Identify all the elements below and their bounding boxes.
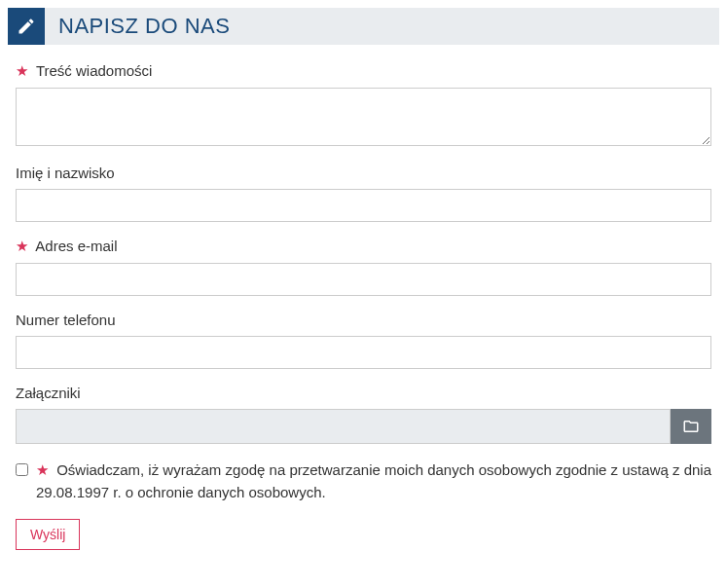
browse-button[interactable] bbox=[671, 409, 711, 444]
email-label: ★ Adres e-mail bbox=[16, 238, 711, 255]
message-group: ★ Treść wiadomości bbox=[16, 62, 711, 149]
form-header: NAPISZ DO NAS bbox=[8, 8, 719, 45]
message-input[interactable] bbox=[16, 88, 711, 146]
file-input-wrapper bbox=[16, 409, 711, 444]
consent-checkbox[interactable] bbox=[16, 463, 28, 476]
form-title: NAPISZ DO NAS bbox=[45, 14, 230, 39]
required-star: ★ bbox=[36, 461, 49, 478]
required-star: ★ bbox=[16, 238, 28, 254]
name-input[interactable] bbox=[16, 189, 711, 222]
email-label-text: Adres e-mail bbox=[35, 238, 117, 254]
phone-input[interactable] bbox=[16, 336, 711, 369]
name-label: Imię i nazwisko bbox=[16, 165, 711, 181]
attachments-input[interactable] bbox=[16, 409, 671, 444]
folder-open-icon bbox=[682, 418, 700, 435]
pencil-icon bbox=[8, 8, 45, 45]
required-star: ★ bbox=[16, 62, 28, 79]
phone-group: Numer telefonu bbox=[16, 312, 711, 369]
consent-label: ★ Oświadczam, iż wyrażam zgodę na przetw… bbox=[36, 459, 711, 503]
name-group: Imię i nazwisko bbox=[16, 165, 711, 222]
message-label-text: Treść wiadomości bbox=[36, 62, 152, 79]
contact-form: ★ Treść wiadomości Imię i nazwisko ★ Adr… bbox=[8, 62, 719, 550]
phone-label: Numer telefonu bbox=[16, 312, 711, 328]
email-input[interactable] bbox=[16, 263, 711, 296]
email-group: ★ Adres e-mail bbox=[16, 238, 711, 296]
attachments-label: Załączniki bbox=[16, 385, 711, 401]
message-label: ★ Treść wiadomości bbox=[16, 62, 711, 80]
attachments-group: Załączniki bbox=[16, 385, 711, 444]
submit-button[interactable]: Wyślij bbox=[16, 519, 80, 550]
consent-label-text: Oświadczam, iż wyrażam zgodę na przetwar… bbox=[36, 461, 711, 500]
consent-group: ★ Oświadczam, iż wyrażam zgodę na przetw… bbox=[16, 459, 711, 503]
